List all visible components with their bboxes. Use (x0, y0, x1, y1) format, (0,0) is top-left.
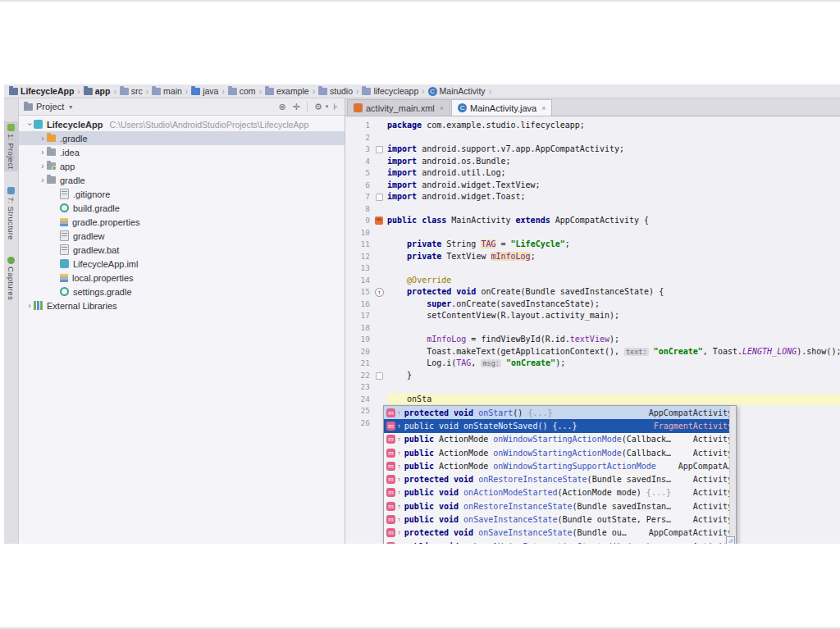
code-editor[interactable]: 1package com.example.studio.lifecycleapp… (345, 116, 840, 544)
code-text[interactable] (387, 203, 840, 216)
code-line[interactable]: 20 Toast.makeText(getApplicationContext(… (345, 346, 840, 358)
code-text[interactable] (387, 227, 840, 239)
line-number[interactable]: 4 (345, 156, 373, 168)
code-text[interactable]: private TextView mInfoLog; (387, 251, 840, 263)
code-text[interactable]: public class MainActivity extends AppCom… (387, 215, 840, 227)
chevron-collapsed-icon[interactable]: › (25, 301, 34, 310)
chevron-down-icon[interactable]: ▾ (69, 103, 72, 111)
code-line[interactable]: 14 @Override (345, 275, 840, 287)
code-text[interactable]: import android.support.v7.app.AppCompatA… (387, 144, 840, 156)
code-text[interactable]: onSta (387, 394, 840, 406)
fold-marker-icon[interactable] (376, 194, 383, 201)
locate-icon[interactable]: ✛ (291, 103, 302, 112)
line-number[interactable]: 14 (345, 275, 373, 287)
popup-scrollbar[interactable] (729, 406, 736, 544)
line-number[interactable]: 3 (345, 144, 373, 156)
line-number[interactable]: 25 (345, 405, 373, 417)
fold-marker-icon[interactable] (376, 146, 383, 153)
tree-item[interactable]: gradle.properties (19, 215, 345, 229)
line-number[interactable]: 15 (345, 286, 373, 299)
code-line[interactable]: 15↑ protected void onCreate(Bundle saved… (345, 286, 840, 299)
line-number[interactable]: 9 (345, 215, 373, 227)
line-number[interactable]: 11 (345, 239, 373, 251)
line-number[interactable]: 22 (345, 370, 373, 382)
close-icon[interactable]: × (541, 104, 546, 112)
code-text[interactable]: private String TAG = "LifeCycle"; (387, 239, 840, 251)
code-text[interactable]: setContentView(R.layout.activity_main); (387, 310, 840, 322)
code-line[interactable]: 11 private String TAG = "LifeCycle"; (345, 239, 840, 251)
line-number[interactable]: 1 (345, 120, 373, 132)
completion-item[interactable]: m↑public ActionMode onWindowStartingActi… (384, 446, 736, 459)
code-line[interactable]: 10 (345, 227, 840, 239)
line-number[interactable]: 24 (345, 394, 373, 406)
tree-item[interactable]: ›External Libraries (19, 299, 345, 312)
code-text[interactable]: package com.example.studio.lifecycleapp; (387, 120, 840, 132)
completion-item[interactable]: m↑protected void onRestoreInstanceState(… (384, 472, 736, 485)
editor-tab[interactable]: activity_main.xml× (347, 99, 450, 116)
chevron-collapsed-icon[interactable]: › (39, 162, 47, 171)
completion-item[interactable]: m↑public void onLocalVoiceInteractionSta… (384, 540, 736, 544)
code-text[interactable]: Log.i(TAG, msg: "onCreate"); (387, 358, 840, 370)
code-line[interactable]: 24 onSta (345, 394, 840, 406)
override-method-gutter-icon[interactable]: ↑ (375, 288, 384, 297)
code-text[interactable] (387, 322, 840, 335)
line-number[interactable]: 26 (345, 417, 373, 430)
completion-item[interactable]: m↑protected void onStart() {...}AppCompa… (384, 406, 736, 419)
tool-window-button[interactable]: Captures (4, 254, 18, 303)
line-number[interactable]: 12 (345, 251, 373, 263)
breadcrumb-item[interactable]: com (228, 86, 256, 96)
breadcrumb-item[interactable]: MainActivity (428, 86, 486, 96)
line-number[interactable]: 2 (345, 132, 373, 144)
completion-item[interactable]: m↑public void onActionModeStarted(Action… (384, 486, 736, 499)
tree-item[interactable]: build.gradle (19, 201, 345, 215)
line-number[interactable]: 18 (345, 322, 373, 335)
fold-marker-icon[interactable] (376, 372, 383, 380)
line-number[interactable]: 5 (345, 167, 373, 180)
code-text[interactable]: import android.widget.TextView; (387, 180, 840, 192)
code-line[interactable]: 2 (345, 132, 840, 144)
tree-item[interactable]: ›gradle (19, 173, 345, 187)
breadcrumb-item[interactable]: app (84, 86, 111, 96)
code-text[interactable]: import android.os.Bundle; (387, 156, 840, 168)
completion-item[interactable]: m↑protected void onSaveInstanceState(Bun… (384, 526, 736, 540)
code-line[interactable]: 3import android.support.v7.app.AppCompat… (345, 144, 840, 156)
code-line[interactable]: 7import android.widget.Toast; (345, 191, 840, 203)
code-line[interactable]: 4import android.os.Bundle; (345, 156, 840, 168)
breadcrumb-item[interactable]: src (120, 86, 143, 96)
completion-item[interactable]: m↑public void onRestoreInstanceState(Bun… (384, 499, 736, 513)
completion-item[interactable]: m↑public void onSaveInstanceState(Bundle… (384, 513, 736, 526)
tree-item[interactable]: ›app (19, 159, 345, 173)
line-number[interactable]: 6 (345, 180, 373, 192)
close-icon[interactable]: × (440, 104, 444, 112)
line-number[interactable]: 21 (345, 358, 373, 370)
chevron-collapsed-icon[interactable]: › (39, 175, 47, 185)
code-line[interactable]: 12 private TextView mInfoLog; (345, 251, 840, 263)
gear-dropdown-icon[interactable]: ▾ (326, 103, 329, 110)
android-class-gutter-icon[interactable] (375, 217, 383, 225)
code-line[interactable]: 8 (345, 203, 840, 216)
tool-window-button[interactable]: 7: Structure (4, 185, 18, 243)
code-line[interactable]: 18 (345, 322, 840, 335)
line-number[interactable]: 8 (345, 203, 373, 216)
code-line[interactable]: 6import android.widget.TextView; (345, 180, 840, 192)
breadcrumb-item[interactable]: main (152, 86, 182, 96)
code-text[interactable] (387, 132, 840, 144)
code-line[interactable]: 17 setContentView(R.layout.activity_main… (345, 310, 840, 322)
popup-resize-grip[interactable]: ◿ (726, 536, 735, 544)
breadcrumb-item[interactable]: example (265, 86, 309, 96)
code-line[interactable]: 1package com.example.studio.lifecycleapp… (345, 120, 840, 132)
code-text[interactable]: Toast.makeText(getApplicationContext(), … (387, 346, 840, 358)
tool-window-button[interactable]: 1: Project (4, 121, 18, 171)
breadcrumb-item[interactable]: LifecycleApp (9, 86, 74, 96)
line-number[interactable]: 20 (345, 346, 373, 358)
completion-item[interactable]: m↑public void onStateNotSaved() {...}Fra… (384, 419, 736, 432)
tree-item[interactable]: ›.gradle (19, 131, 345, 145)
completion-item[interactable]: m↑public ActionMode onWindowStartingActi… (384, 433, 736, 446)
chevron-collapsed-icon[interactable]: › (39, 148, 47, 157)
code-line[interactable]: 13 (345, 262, 840, 275)
editor-tab[interactable]: MainActivity.java× (451, 99, 552, 116)
tree-item[interactable]: gradlew (19, 229, 345, 243)
code-line[interactable]: 23 (345, 381, 840, 394)
line-number[interactable]: 13 (345, 262, 373, 275)
chevron-collapsed-icon[interactable]: › (39, 134, 47, 143)
